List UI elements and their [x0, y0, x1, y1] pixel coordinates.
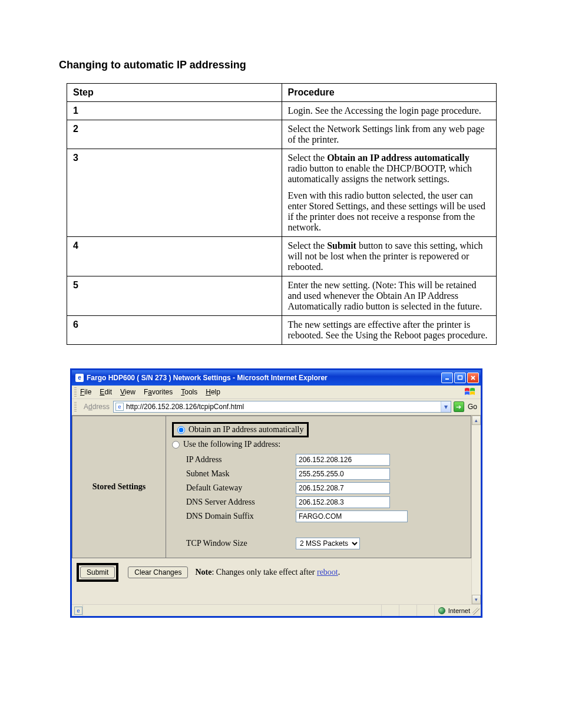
radio-manual-ip[interactable] — [172, 441, 180, 449]
menu-tools[interactable]: Tools — [181, 388, 197, 396]
table-row: 6 The new settings are effective after t… — [67, 316, 497, 345]
step-text: Select the Network Settings link from an… — [282, 120, 497, 149]
table-row: 4 Select the Submit button to save this … — [67, 237, 497, 276]
close-button[interactable] — [467, 373, 479, 383]
highlight-submit: Submit — [77, 563, 118, 582]
step-text: The new settings are effective after the… — [282, 316, 497, 345]
subnet-mask-label: Subnet Mask — [186, 469, 296, 479]
table-row: 1 Login. See the Accessing the login pag… — [67, 102, 497, 120]
address-label: Address — [84, 403, 110, 411]
toolbar-grip-icon — [74, 387, 77, 397]
radio-auto-ip[interactable] — [177, 426, 185, 434]
ie-window: e Fargo HDP600 ( S/N 273 ) Network Setti… — [70, 368, 482, 618]
clear-changes-button[interactable]: Clear Changes — [128, 566, 188, 578]
step-number: 1 — [67, 102, 282, 120]
submit-button[interactable]: Submit — [80, 566, 115, 578]
section-title: Changing to automatic IP addressing — [59, 59, 503, 71]
step-text: Select the Submit button to save this se… — [282, 237, 497, 276]
windows-flag-icon — [464, 387, 476, 397]
menu-help[interactable]: Help — [206, 388, 220, 396]
col-step: Step — [67, 84, 282, 102]
default-gateway-label: Default Gateway — [186, 483, 296, 493]
radio-auto-ip-label: Obtain an IP address automatically — [189, 425, 303, 434]
toolbar-grip-icon — [74, 402, 77, 411]
step-number: 5 — [67, 276, 282, 316]
window-title: Fargo HDP600 ( S/N 273 ) Network Setting… — [87, 374, 441, 382]
steps-table: Step Procedure 1 Login. See the Accessin… — [67, 83, 497, 345]
menu-view[interactable]: View — [120, 388, 135, 396]
ip-address-label: IP Address — [186, 455, 296, 465]
stored-settings-label: Stored Settings — [72, 416, 166, 558]
default-gateway-input[interactable] — [296, 482, 390, 494]
menu-favorites[interactable]: Favorites — [144, 388, 173, 396]
ie-icon: e — [75, 374, 84, 382]
address-combo[interactable]: e http://206.152.208.126/tcpipConf.html … — [113, 401, 451, 413]
tcp-window-label: TCP Window Size — [186, 539, 296, 548]
subnet-mask-input[interactable] — [296, 468, 390, 480]
tcp-window-select[interactable]: 2 MSS Packets — [296, 538, 360, 549]
minimize-button[interactable] — [441, 373, 453, 383]
resize-grip-icon — [472, 608, 480, 615]
scroll-up-icon[interactable]: ▴ — [472, 416, 481, 425]
zone-label: Internet — [448, 607, 470, 614]
table-row: 5 Enter the new setting. (Note: This wil… — [67, 276, 497, 316]
step-number: 6 — [67, 316, 282, 345]
ie-icon: e — [74, 607, 82, 615]
radio-manual-ip-label: Use the following IP address: — [183, 440, 280, 449]
globe-icon — [438, 607, 445, 614]
step-text: Enter the new setting. (Note: This will … — [282, 276, 497, 316]
titlebar: e Fargo HDP600 ( S/N 273 ) Network Setti… — [72, 370, 481, 386]
dns-server-label: DNS Server Address — [186, 498, 296, 507]
page-icon: e — [115, 403, 124, 411]
reboot-note: Note: Changes only take effect after reb… — [195, 568, 340, 577]
step-number: 4 — [67, 237, 282, 276]
svg-rect-1 — [458, 376, 462, 380]
step-number: 2 — [67, 120, 282, 149]
step-number: 3 — [67, 149, 282, 237]
table-row: 2 Select the Network Settings link from … — [67, 120, 497, 149]
ip-address-input[interactable] — [296, 454, 390, 466]
dns-suffix-input[interactable] — [296, 510, 408, 522]
step-text: Login. See the Accessing the login page … — [282, 102, 497, 120]
dns-server-input[interactable] — [296, 496, 390, 508]
highlight-auto-ip: Obtain an IP address automatically — [172, 422, 309, 437]
menubar: File Edit View Favorites Tools Help — [72, 386, 481, 399]
maximize-button[interactable] — [454, 373, 466, 383]
go-label: Go — [468, 403, 477, 411]
scroll-down-icon[interactable]: ▾ — [472, 595, 481, 604]
status-bar: e Internet — [72, 604, 481, 616]
table-row: 3 Select the Obtain an IP address automa… — [67, 149, 497, 237]
chevron-down-icon[interactable]: ▾ — [441, 401, 451, 412]
menu-file[interactable]: File — [80, 388, 91, 396]
reboot-link[interactable]: reboot — [317, 568, 338, 577]
menu-edit[interactable]: Edit — [100, 388, 112, 396]
go-button[interactable]: ➔ — [454, 401, 464, 412]
vertical-scrollbar[interactable]: ▴ ▾ — [471, 416, 481, 604]
address-url: http://206.152.208.126/tcpipConf.html — [126, 403, 441, 411]
dns-suffix-label: DNS Domain Suffix — [186, 512, 296, 521]
address-bar: Address e http://206.152.208.126/tcpipCo… — [72, 399, 481, 416]
col-procedure: Procedure — [282, 84, 497, 102]
step-text: Select the Obtain an IP address automati… — [282, 149, 497, 237]
